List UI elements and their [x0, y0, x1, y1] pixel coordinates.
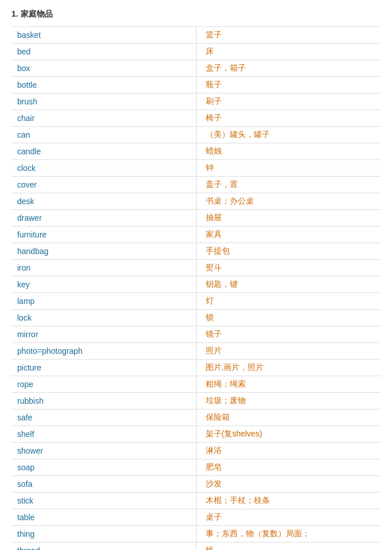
table-row: safe保险箱	[11, 409, 381, 426]
table-row: candle蜡烛	[11, 143, 381, 160]
table-row: thing事；东西，物（复数）局面；	[11, 526, 381, 543]
chinese-translation: 照片	[196, 343, 381, 360]
chinese-translation: 沙发	[196, 476, 381, 493]
english-word: table	[11, 509, 196, 526]
english-word: furniture	[11, 227, 196, 243]
table-row: can（美）罐头，罐子	[11, 127, 381, 143]
table-row: table桌子	[11, 509, 381, 526]
table-row: picture图片,画片，照片	[11, 360, 381, 376]
table-row: rubbish垃圾；废物	[11, 393, 381, 409]
table-row: sofa沙发	[11, 476, 381, 493]
table-row: clock钟	[11, 160, 381, 177]
chinese-translation: 钟	[196, 160, 381, 177]
english-word: brush	[11, 93, 196, 110]
table-row: photo=photograph照片	[11, 343, 381, 360]
english-word: sofa	[11, 476, 196, 493]
english-word: cover	[11, 177, 196, 193]
english-word: photo=photograph	[11, 343, 196, 360]
chinese-translation: 淋浴	[196, 443, 381, 459]
chinese-translation: 蜡烛	[196, 143, 381, 160]
chinese-translation: 家具	[196, 227, 381, 243]
chinese-translation: 瓶子	[196, 77, 381, 93]
chinese-translation: 木棍；手杖；枝条	[196, 493, 381, 509]
english-word: clock	[11, 160, 196, 177]
english-word: lamp	[11, 293, 196, 310]
chinese-translation: 灯	[196, 293, 381, 310]
english-word: chair	[11, 110, 196, 127]
english-word: soap	[11, 459, 196, 476]
english-word: iron	[11, 260, 196, 276]
table-row: handbag手提包	[11, 243, 381, 260]
english-word: shower	[11, 443, 196, 459]
chinese-translation: （美）罐头，罐子	[196, 127, 381, 143]
chinese-translation: 篮子	[196, 27, 381, 44]
english-word: stick	[11, 493, 196, 509]
english-word: thread	[11, 543, 196, 551]
chinese-translation: 熨斗	[196, 260, 381, 276]
chinese-translation: 书桌；办公桌	[196, 193, 381, 210]
chinese-translation: 盖子，置	[196, 177, 381, 193]
chinese-translation: 钥匙，键	[196, 276, 381, 293]
table-row: cover盖子，置	[11, 177, 381, 193]
chinese-translation: 手提包	[196, 243, 381, 260]
chinese-translation: 粗绳；绳索	[196, 376, 381, 393]
chinese-translation: 线	[196, 543, 381, 551]
chinese-translation: 抽屉	[196, 210, 381, 227]
table-row: mirror镜子	[11, 326, 381, 343]
section-title: 1. 家庭物品	[11, 9, 381, 19]
chinese-translation: 架子(复shelves)	[196, 426, 381, 443]
table-row: soap肥皂	[11, 459, 381, 476]
chinese-translation: 图片,画片，照片	[196, 360, 381, 376]
table-row: box盒子，箱子	[11, 60, 381, 77]
english-word: key	[11, 276, 196, 293]
english-word: thing	[11, 526, 196, 543]
table-row: lock锁	[11, 310, 381, 326]
english-word: picture	[11, 360, 196, 376]
english-word: bed	[11, 44, 196, 60]
chinese-translation: 镜子	[196, 326, 381, 343]
chinese-translation: 盒子，箱子	[196, 60, 381, 77]
english-word: safe	[11, 409, 196, 426]
english-word: mirror	[11, 326, 196, 343]
vocabulary-table: basket篮子bed床box盒子，箱子bottle瓶子brush刷子chair…	[11, 26, 381, 550]
table-row: brush刷子	[11, 93, 381, 110]
table-row: bottle瓶子	[11, 77, 381, 93]
chinese-translation: 肥皂	[196, 459, 381, 476]
english-word: bottle	[11, 77, 196, 93]
chinese-translation: 刷子	[196, 93, 381, 110]
english-word: rope	[11, 376, 196, 393]
chinese-translation: 垃圾；废物	[196, 393, 381, 409]
table-row: chair椅子	[11, 110, 381, 127]
english-word: handbag	[11, 243, 196, 260]
english-word: desk	[11, 193, 196, 210]
table-row: shower淋浴	[11, 443, 381, 459]
english-word: box	[11, 60, 196, 77]
table-row: iron熨斗	[11, 260, 381, 276]
table-row: key钥匙，键	[11, 276, 381, 293]
chinese-translation: 保险箱	[196, 409, 381, 426]
chinese-translation: 床	[196, 44, 381, 60]
table-row: stick木棍；手杖；枝条	[11, 493, 381, 509]
english-word: basket	[11, 27, 196, 44]
table-row: rope粗绳；绳索	[11, 376, 381, 393]
english-word: lock	[11, 310, 196, 326]
chinese-translation: 桌子	[196, 509, 381, 526]
english-word: shelf	[11, 426, 196, 443]
english-word: can	[11, 127, 196, 143]
chinese-translation: 椅子	[196, 110, 381, 127]
chinese-translation: 锁	[196, 310, 381, 326]
table-row: drawer抽屉	[11, 210, 381, 227]
table-row: bed床	[11, 44, 381, 60]
table-row: lamp灯	[11, 293, 381, 310]
english-word: rubbish	[11, 393, 196, 409]
table-row: desk书桌；办公桌	[11, 193, 381, 210]
table-row: shelf架子(复shelves)	[11, 426, 381, 443]
english-word: candle	[11, 143, 196, 160]
table-row: basket篮子	[11, 27, 381, 44]
table-row: furniture家具	[11, 227, 381, 243]
table-row: thread线	[11, 543, 381, 551]
english-word: drawer	[11, 210, 196, 227]
chinese-translation: 事；东西，物（复数）局面；	[196, 526, 381, 543]
